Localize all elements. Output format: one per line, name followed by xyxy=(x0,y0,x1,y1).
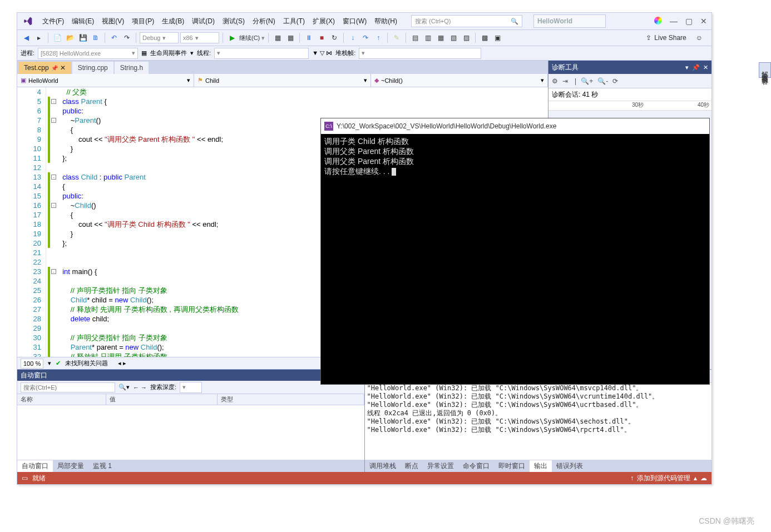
new-button[interactable]: 📄 xyxy=(52,32,63,43)
minimize-button[interactable]: — xyxy=(670,17,678,26)
config-combo[interactable]: Debug▾ xyxy=(140,32,179,43)
vs-logo-icon xyxy=(22,15,34,27)
console-icon: C:\ xyxy=(324,122,333,131)
diag-title: 诊断工具 ▾📌✕ xyxy=(548,61,711,74)
menu-item[interactable]: 文件(F) xyxy=(38,15,68,27)
pause-button[interactable]: ⏸ xyxy=(303,32,314,43)
account-icon[interactable] xyxy=(654,17,662,24)
menu-item[interactable]: 帮助(H) xyxy=(370,15,401,27)
menu-item[interactable]: 分析(N) xyxy=(249,15,279,27)
open-button[interactable]: 📂 xyxy=(65,32,76,43)
tb-icon[interactable]: ▧ xyxy=(448,32,459,43)
zoom-in-icon[interactable]: 🔍+ xyxy=(581,77,593,85)
stop-button[interactable]: ■ xyxy=(316,32,327,43)
menu-item[interactable]: 调试(D) xyxy=(188,15,219,27)
panel-tab[interactable]: 错误列表 xyxy=(552,460,587,472)
step-out-button[interactable]: ↑ xyxy=(373,32,384,43)
panel-tab[interactable]: 输出 xyxy=(530,460,552,472)
console-window[interactable]: C:\ Y:\002_WorkSpace\002_VS\HelloWorld\H… xyxy=(320,118,710,385)
platform-combo[interactable]: x86▾ xyxy=(180,32,219,43)
publish-icon[interactable]: ☁ xyxy=(700,474,707,482)
continue-label: 继续(C) xyxy=(239,34,260,42)
zoom-out-icon[interactable]: 🔍- xyxy=(597,77,608,85)
tb-icon[interactable]: ▩ xyxy=(479,32,490,43)
panel-tab[interactable]: 异常设置 xyxy=(423,460,458,472)
panel-tab[interactable]: 监视 1 xyxy=(88,460,116,472)
autos-panel: 自动窗口▾✕ 🔍▾ ← → 搜索深度: ▾ 名称 值 类型 自动窗口局部变量监视… xyxy=(17,370,364,472)
search-icon[interactable]: 🔍▾ xyxy=(118,384,130,391)
scm-label[interactable]: 添加到源代码管理 xyxy=(637,474,690,483)
menu-item[interactable]: 工具(T) xyxy=(279,15,309,27)
maximize-button[interactable]: ▢ xyxy=(685,17,693,26)
tb-icon[interactable]: ▦ xyxy=(435,32,446,43)
console-body: 调用子类 Child 析构函数 调用父类 Parent 析构函数 调用父类 Pa… xyxy=(321,134,709,384)
tb-icon[interactable]: ▥ xyxy=(422,32,433,43)
tb-icon[interactable]: ▦ xyxy=(285,32,296,43)
editor-tab[interactable]: String.h xyxy=(115,62,149,74)
no-issues-label: 未找到相关问题 xyxy=(65,359,108,367)
nav-class[interactable]: ⚑Child▾ xyxy=(194,74,371,87)
editor-tab[interactable]: String.cpp xyxy=(72,62,113,74)
panel-tab[interactable]: 命令窗口 xyxy=(458,460,494,472)
save-button[interactable]: 💾 xyxy=(77,32,88,43)
panel-tab[interactable]: 断点 xyxy=(401,460,423,472)
thread-label: 线程: xyxy=(197,49,211,57)
autos-columns: 名称 值 类型 xyxy=(17,394,364,405)
autos-search[interactable] xyxy=(21,382,115,392)
menu-item[interactable]: 编辑(E) xyxy=(68,15,98,27)
process-combo[interactable]: [5828] HelloWorld.exe▾ xyxy=(38,48,138,59)
quick-search[interactable]: 搜索 (Ctrl+Q)🔍 xyxy=(411,15,522,27)
watermark: CSDN @韩曙亮 xyxy=(699,516,754,526)
menu-item[interactable]: 扩展(X) xyxy=(309,15,339,27)
menu-item[interactable]: 测试(S) xyxy=(219,15,249,27)
panel-tab[interactable]: 即时窗口 xyxy=(494,460,530,472)
panel-tab[interactable]: 自动窗口 xyxy=(17,460,53,472)
continue-button[interactable]: ▶ xyxy=(226,32,238,43)
save-all-button[interactable]: 🗎 xyxy=(90,32,101,43)
nav-member[interactable]: ◆~Child()▾ xyxy=(371,74,548,87)
debug-toolbar: 进程: [5828] HelloWorld.exe▾ ▦ 生命周期事件▾ 线程:… xyxy=(17,46,711,61)
search-placeholder: 搜索 (Ctrl+Q) xyxy=(415,17,451,26)
panel-tab[interactable]: 调用堆栈 xyxy=(365,460,401,472)
menu-item[interactable]: 视图(V) xyxy=(98,15,128,27)
restart-button[interactable]: ↻ xyxy=(329,32,340,43)
output-panel: 显示输出来源(S): 调试▾ ▤ ▥ ⋮ ⋯ ▦ ▧ "HelloWorld.e… xyxy=(364,370,712,472)
gear-icon[interactable]: ⚙ xyxy=(552,77,558,85)
tb-icon[interactable]: ✎ xyxy=(391,32,402,43)
stackframe-combo[interactable]: ▾ xyxy=(359,48,481,59)
undo-button[interactable]: ↶ xyxy=(108,32,120,43)
step-into-button[interactable]: ↓ xyxy=(347,32,358,43)
reset-zoom-icon[interactable]: ⟳ xyxy=(612,77,618,85)
menu-item[interactable]: 项目(P) xyxy=(128,15,158,27)
solution-explorer-tab[interactable]: 解决方案资源管 xyxy=(759,62,771,78)
statusbar: ▭ 就绪 ↑ 添加到源代码管理 ▴ ☁ xyxy=(17,472,711,484)
menu-item[interactable]: 窗口(W) xyxy=(339,15,370,27)
thread-combo[interactable]: ▾ xyxy=(214,48,309,59)
tb-icon[interactable]: ▣ xyxy=(492,32,503,43)
exit-icon[interactable]: ⇥ xyxy=(562,77,568,85)
forward-button[interactable]: ▸ xyxy=(33,32,45,43)
main-toolbar: ◀ ▸ 📄 📂 💾 🗎 ↶ ↷ Debug▾ x86▾ ▶ 继续(C)▾ ▦ ▦… xyxy=(17,29,711,46)
tb-icon[interactable]: ▦ xyxy=(272,32,283,43)
close-button[interactable]: ✕ xyxy=(700,17,707,26)
back-button[interactable]: ◀ xyxy=(21,32,32,43)
editor-tabs: Test.cpp 📌 ✕String.cppString.h xyxy=(17,61,548,74)
tb-icon[interactable]: ▤ xyxy=(409,32,421,43)
live-share[interactable]: Live Share xyxy=(654,34,686,42)
menu-item[interactable]: 生成(B) xyxy=(158,15,188,27)
diag-ruler: 30秒 40秒 xyxy=(548,101,711,111)
output-body[interactable]: "HelloWorld.exe" (Win32): 已加载 "C:\Window… xyxy=(365,383,712,460)
process-label: 进程: xyxy=(21,49,34,57)
depth-combo[interactable]: ▾ xyxy=(180,382,202,393)
feedback-icon[interactable]: ☺ xyxy=(696,34,703,42)
step-over-button[interactable]: ↷ xyxy=(360,32,371,43)
zoom-level[interactable]: 100 % xyxy=(21,359,43,369)
nav-scope[interactable]: ▣HelloWorld▾ xyxy=(17,74,194,87)
diag-session: 诊断会话: 41 秒 xyxy=(548,88,711,101)
lifecycle-icon[interactable]: ▦ xyxy=(141,49,147,57)
tb-icon[interactable]: ▨ xyxy=(461,32,472,43)
panel-tab[interactable]: 局部变量 xyxy=(53,460,88,472)
editor-tab[interactable]: Test.cpp 📌 ✕ xyxy=(18,62,71,74)
console-title: C:\ Y:\002_WorkSpace\002_VS\HelloWorld\H… xyxy=(321,118,709,134)
redo-button[interactable]: ↷ xyxy=(121,32,132,43)
